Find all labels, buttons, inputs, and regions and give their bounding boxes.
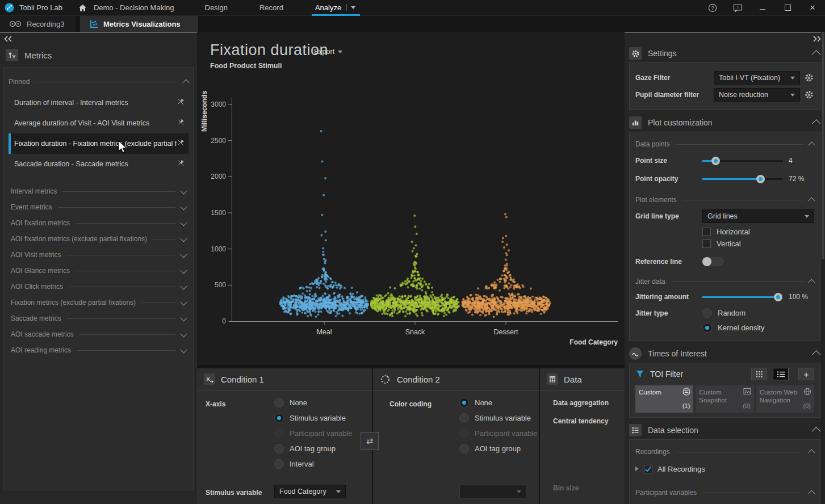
checkbox-unchecked-icon[interactable] bbox=[702, 228, 711, 236]
point-size-slider[interactable] bbox=[702, 156, 783, 165]
radio-stimulus-variable[interactable]: Stimulus variable bbox=[459, 411, 531, 425]
radio-interval[interactable]: Interval bbox=[274, 457, 314, 471]
chevron-down-icon[interactable] bbox=[180, 346, 187, 353]
radio-stimulus-variable[interactable]: Stimulus variable bbox=[274, 411, 346, 425]
radio-none[interactable]: None bbox=[274, 396, 307, 409]
metric-group-aoi-visit[interactable]: AOI Visit metrics bbox=[9, 247, 189, 263]
unpin-icon[interactable] bbox=[177, 138, 185, 149]
radio-icon[interactable] bbox=[274, 444, 284, 453]
list-view-button[interactable] bbox=[773, 368, 789, 380]
plot-elements-subheader[interactable]: Plot elements bbox=[635, 192, 814, 207]
radio-aoi-tag-group[interactable]: AOI tag group bbox=[459, 442, 521, 455]
slider-handle[interactable] bbox=[711, 157, 720, 165]
metric-group-aoi-fixation[interactable]: AOI fixation metrics bbox=[9, 215, 189, 231]
chevron-up-icon[interactable] bbox=[812, 350, 821, 359]
vertical-checkbox-row[interactable]: Vertical bbox=[702, 240, 814, 248]
chevron-up-icon[interactable] bbox=[812, 119, 821, 128]
central-tendency-label[interactable]: Central tendency bbox=[553, 417, 608, 425]
radio-icon[interactable] bbox=[459, 413, 469, 423]
gaze-filter-dropdown[interactable]: Tobii I-VT (Fixation) bbox=[714, 71, 800, 85]
unpin-icon[interactable] bbox=[177, 98, 185, 108]
pinned-section-header[interactable]: Pinned bbox=[9, 74, 189, 89]
chevron-up-icon[interactable] bbox=[808, 197, 815, 204]
data-aggregation-label[interactable]: Data aggregation bbox=[553, 399, 609, 407]
swap-conditions-button[interactable]: ⇄ bbox=[361, 432, 379, 450]
plot-customization-section-header[interactable]: Plot customization bbox=[625, 114, 825, 131]
toi-card-custom[interactable]: Custom (1) bbox=[635, 385, 693, 413]
chevron-down-icon[interactable] bbox=[180, 330, 187, 337]
horizontal-checkbox-row[interactable]: Horizontal bbox=[702, 228, 814, 236]
chevron-down-icon[interactable] bbox=[180, 203, 187, 210]
chevron-down-icon[interactable] bbox=[180, 187, 187, 194]
chevron-down-icon[interactable] bbox=[180, 282, 187, 289]
analyze-dropdown-caret[interactable] bbox=[351, 6, 355, 9]
chevron-up-icon[interactable] bbox=[812, 427, 821, 436]
slider-handle[interactable] bbox=[756, 175, 765, 183]
grid-line-type-dropdown[interactable]: Grid lines bbox=[702, 209, 814, 223]
metric-group-aoi-glance[interactable]: AOI Glance metrics bbox=[9, 263, 189, 279]
settings-section-header[interactable]: Settings bbox=[625, 44, 825, 61]
metric-group-event[interactable]: Event metrics bbox=[9, 199, 189, 215]
unpin-icon[interactable] bbox=[177, 118, 185, 128]
vertical-scrollbar[interactable] bbox=[821, 32, 825, 504]
pupil-filter-gear-icon[interactable] bbox=[804, 90, 814, 100]
radio-icon[interactable] bbox=[702, 308, 712, 318]
radio-none[interactable]: None bbox=[459, 396, 492, 409]
grid-view-button[interactable] bbox=[751, 368, 767, 380]
all-recordings-row[interactable]: All Recordings bbox=[635, 460, 814, 477]
chevron-up-icon[interactable] bbox=[808, 449, 815, 456]
metric-group-aoi-saccade[interactable]: AOI saccade metrics bbox=[9, 326, 189, 342]
help-icon[interactable]: ? bbox=[700, 0, 725, 16]
gaze-filter-gear-icon[interactable] bbox=[804, 73, 814, 83]
unpin-icon[interactable] bbox=[177, 159, 185, 169]
times-of-interest-section-header[interactable]: Times of Interest bbox=[625, 345, 825, 362]
pupil-filter-dropdown[interactable]: Noise reduction bbox=[714, 88, 800, 102]
export-button[interactable]: Export bbox=[314, 48, 342, 56]
chevron-up-icon[interactable] bbox=[808, 279, 815, 286]
chevron-down-icon[interactable] bbox=[180, 314, 187, 321]
maximize-button[interactable] bbox=[775, 0, 800, 16]
nav-analyze[interactable]: Analyze bbox=[305, 0, 361, 16]
add-toi-button[interactable]: + bbox=[798, 368, 814, 380]
metric-group-interval[interactable]: Interval metrics bbox=[9, 183, 189, 199]
slider-handle[interactable] bbox=[774, 293, 782, 301]
recordings-subheader[interactable]: Recordings bbox=[635, 444, 814, 459]
collapse-left-icon[interactable] bbox=[3, 36, 12, 42]
metric-group-aoi-reading[interactable]: AOI reading metrics bbox=[9, 342, 189, 358]
chevron-down-icon[interactable] bbox=[180, 266, 187, 274]
toi-card-custom-web-navigation[interactable]: Custom Web Navigation (0) bbox=[756, 385, 814, 413]
minimize-button[interactable] bbox=[750, 0, 775, 16]
feedback-icon[interactable]: ! bbox=[725, 0, 750, 16]
radio-icon[interactable] bbox=[274, 398, 284, 408]
close-button[interactable]: ✕ bbox=[800, 0, 825, 16]
reference-line-toggle[interactable] bbox=[702, 257, 724, 266]
chevron-down-icon[interactable] bbox=[180, 298, 187, 305]
radio-random[interactable]: Random bbox=[702, 308, 764, 318]
stimulus-variable-dropdown[interactable]: Food Category bbox=[274, 485, 346, 498]
toi-card-custom-snapshot[interactable]: Custom Snapshot (0) bbox=[696, 385, 753, 413]
nav-record[interactable]: Record bbox=[249, 0, 294, 16]
pinned-metric-row[interactable]: Average duration of Visit - AOI Visit me… bbox=[9, 113, 189, 133]
chevron-down-icon[interactable] bbox=[180, 219, 187, 226]
pinned-metric-row-selected[interactable]: Fixation duration - Fixation metrics (ex… bbox=[9, 133, 189, 154]
tab-recording3[interactable]: Recording3 bbox=[0, 16, 76, 32]
metric-group-saccade[interactable]: Saccade metrics bbox=[9, 310, 189, 326]
radio-selected-icon[interactable] bbox=[702, 323, 712, 333]
chevron-up-icon[interactable] bbox=[812, 50, 821, 59]
radio-icon[interactable] bbox=[274, 459, 284, 469]
data-selection-section-header[interactable]: Data selection bbox=[625, 421, 825, 438]
beeswarm-plot[interactable]: 050010001500200025003000MealSnackDessert… bbox=[197, 32, 625, 365]
chevron-up-icon[interactable] bbox=[808, 141, 815, 149]
radio-kernel-density[interactable]: Kernel density bbox=[702, 323, 764, 333]
chevron-down-icon[interactable] bbox=[180, 234, 187, 242]
scrollbar-thumb[interactable] bbox=[822, 32, 824, 259]
checkbox-checked-icon[interactable] bbox=[644, 465, 652, 473]
jittering-amount-slider[interactable] bbox=[702, 292, 783, 301]
expander-icon[interactable] bbox=[635, 467, 639, 471]
pinned-metric-row[interactable]: Duration of interval - Interval metrics bbox=[9, 93, 189, 113]
project-name[interactable]: Demo - Decision Making bbox=[83, 0, 185, 16]
radio-aoi-tag-group[interactable]: AOI tag group bbox=[274, 442, 336, 455]
tab-metrics-visualizations[interactable]: Metrics Visualizations bbox=[80, 16, 198, 32]
nav-design[interactable]: Design bbox=[195, 0, 238, 16]
radio-icon[interactable] bbox=[459, 444, 469, 453]
